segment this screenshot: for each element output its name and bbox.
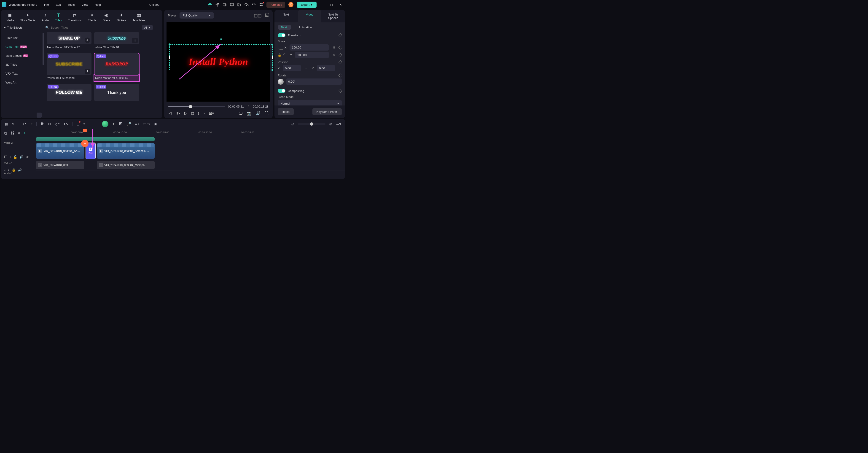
clip-audio[interactable]: ♪VID_20241010_063…	[36, 161, 84, 169]
tab-transitions[interactable]: ⇄Transitions	[68, 12, 82, 22]
menu-file[interactable]: File	[44, 3, 49, 6]
ratio-dropdown[interactable]: ⊟▾	[209, 111, 214, 116]
menu-help[interactable]: Help	[95, 3, 101, 6]
search-box[interactable]: 🔍	[45, 26, 142, 29]
mute-icon[interactable]: 🔊	[20, 155, 23, 159]
clip-green[interactable]	[36, 137, 155, 141]
resize-handle[interactable]	[169, 56, 170, 59]
scale-x-input[interactable]	[289, 44, 329, 51]
transform-toggle[interactable]	[278, 33, 285, 37]
volume-icon[interactable]: 🔊	[256, 111, 260, 116]
layout-icon[interactable]: ▦	[5, 122, 8, 126]
next-frame-button[interactable]: ⧐	[176, 111, 180, 116]
prop-tab-video[interactable]: Video	[298, 10, 321, 23]
transform-section[interactable]: Transform	[278, 33, 342, 37]
display-icon[interactable]: 🖵	[239, 111, 243, 116]
lock-icon[interactable]: 🔒	[278, 53, 281, 57]
tab-stickers[interactable]: ✦Stickers	[117, 12, 126, 22]
save-icon[interactable]	[237, 2, 241, 7]
tab-filters[interactable]: ◉Filters	[102, 12, 110, 22]
img-icon[interactable]: 🖼	[265, 13, 269, 18]
mixer-icon[interactable]: ≡♪	[135, 122, 139, 126]
add-icon[interactable]: +	[85, 37, 90, 43]
overlay-icon[interactable]: ⧉	[4, 131, 7, 136]
collapse-button[interactable]: ‹	[37, 113, 42, 118]
keyframe-icon[interactable]	[339, 53, 342, 57]
keyframe-icon[interactable]	[339, 89, 342, 93]
pos-x-input[interactable]	[283, 65, 301, 71]
tab-stock[interactable]: ✦Stock Media	[20, 12, 35, 22]
scissors-icon[interactable]: ✂	[81, 140, 89, 147]
delete-button[interactable]: 🗑	[40, 122, 44, 126]
shield-icon[interactable]: ⛨	[119, 122, 123, 126]
title-card[interactable]: ◯ FreeSUBSCRIBE⬇ Yellow Blur Subscribe	[46, 53, 92, 81]
tab-media[interactable]: ▣Media	[6, 12, 14, 22]
resize-handle[interactable]	[272, 56, 273, 59]
cat-multi-effects[interactable]: Multi EffectsNE	[1, 51, 44, 60]
title-card[interactable]: SHAKE UP+ Neon Motion VFX Title 17	[46, 32, 92, 50]
title-card[interactable]: ◯ FreeFOLLOW ME	[46, 84, 92, 101]
cloud-icon[interactable]	[245, 2, 249, 7]
fullscreen-icon[interactable]: ⛶	[265, 111, 269, 116]
rotate-dial[interactable]	[278, 79, 284, 85]
keyframe-panel-button[interactable]: Keyframe Panel	[312, 108, 342, 115]
seek-bar[interactable]: 00:00:05:21 / 00:00:13:28	[168, 105, 269, 108]
blend-mode-dropdown[interactable]: Normal▾	[278, 100, 342, 105]
prop-tab-tts[interactable]: Text To Speech	[321, 10, 345, 23]
text-icon[interactable]: T↘	[63, 122, 69, 126]
cat-wordart[interactable]: WordArt	[1, 78, 44, 87]
redo-button[interactable]: ↷	[30, 122, 33, 126]
send-icon[interactable]	[215, 2, 219, 7]
maximize-button[interactable]: ▢	[328, 3, 335, 6]
keyframe-icon[interactable]	[339, 60, 342, 64]
user-avatar[interactable]: C	[288, 2, 293, 7]
purchase-button[interactable]: Purchase	[267, 2, 285, 8]
scale-y-input[interactable]	[295, 52, 329, 58]
eye-icon[interactable]: 👁	[26, 155, 29, 159]
title-card[interactable]: Subscribe⬇ White Glow Title 01	[94, 32, 139, 50]
tab-templates[interactable]: ▦Templates	[133, 12, 145, 22]
mute-icon[interactable]: 🔊	[18, 168, 22, 172]
mark-out-button[interactable]: }	[203, 111, 205, 116]
lock-icon[interactable]: 🔓	[12, 168, 16, 172]
export-button[interactable]: Export▾	[297, 2, 316, 8]
cat-glow-text[interactable]: Glow TextNEW	[1, 42, 44, 51]
play-button[interactable]: ▷	[184, 111, 187, 116]
cursor-icon[interactable]: ↖	[12, 122, 15, 126]
cat-vfx-text[interactable]: VFX Text	[1, 69, 44, 78]
quality-dropdown[interactable]: Full Quality▾	[180, 12, 214, 19]
timeline-tracks[interactable]: 00:00:05:00 00:00:10:00 00:00:15:00 00:0…	[36, 129, 345, 179]
compare-icon[interactable]: ◫◫	[254, 13, 262, 18]
stop-button[interactable]: □	[191, 111, 194, 116]
keyframe-icon[interactable]	[339, 33, 342, 37]
download-icon[interactable]: ⬇	[132, 38, 138, 43]
reset-button[interactable]: Reset	[278, 108, 294, 115]
track-head-video2[interactable]: Video 2	[1, 138, 36, 148]
tab-audio[interactable]: ♪Audio	[42, 12, 49, 22]
screen-icon[interactable]	[230, 2, 234, 7]
playhead[interactable]: ✂	[85, 129, 85, 179]
cat-plain-text[interactable]: Plain Text	[1, 33, 44, 42]
scrollbar[interactable]	[42, 33, 44, 65]
link-icon[interactable]: ⛓	[10, 131, 14, 136]
undo-button[interactable]: ↶	[23, 122, 26, 126]
filter-dropdown[interactable]: All▾	[142, 25, 153, 30]
title-card[interactable]: ◯ FreeThank you	[94, 84, 139, 101]
menu-view[interactable]: View	[82, 3, 88, 6]
ai-button[interactable]	[102, 121, 108, 127]
mark-in-button[interactable]: {	[198, 111, 199, 116]
split-button[interactable]: ✂	[48, 122, 51, 126]
headset-icon[interactable]	[252, 2, 256, 7]
crop-icon[interactable]: ⊡	[76, 122, 80, 126]
pos-y-input[interactable]	[317, 65, 335, 71]
subtab-animation[interactable]: Animation	[296, 25, 315, 30]
category-heading[interactable]: ▾Title Effects	[4, 26, 45, 29]
preview-canvas[interactable]: Install Python	[166, 22, 270, 101]
lock-icon[interactable]: 🔓	[13, 155, 17, 159]
selection-box[interactable]	[169, 44, 273, 70]
clip-audio[interactable]: ♪VID_20241010_063504_Microph…	[97, 161, 155, 169]
rotate-input[interactable]	[286, 79, 342, 85]
tab-effects[interactable]: ✧Effects	[88, 12, 96, 22]
seek-thumb[interactable]	[189, 105, 192, 108]
clip-video[interactable]: ▶VID_20241010_063504_Screen R…	[97, 143, 155, 159]
